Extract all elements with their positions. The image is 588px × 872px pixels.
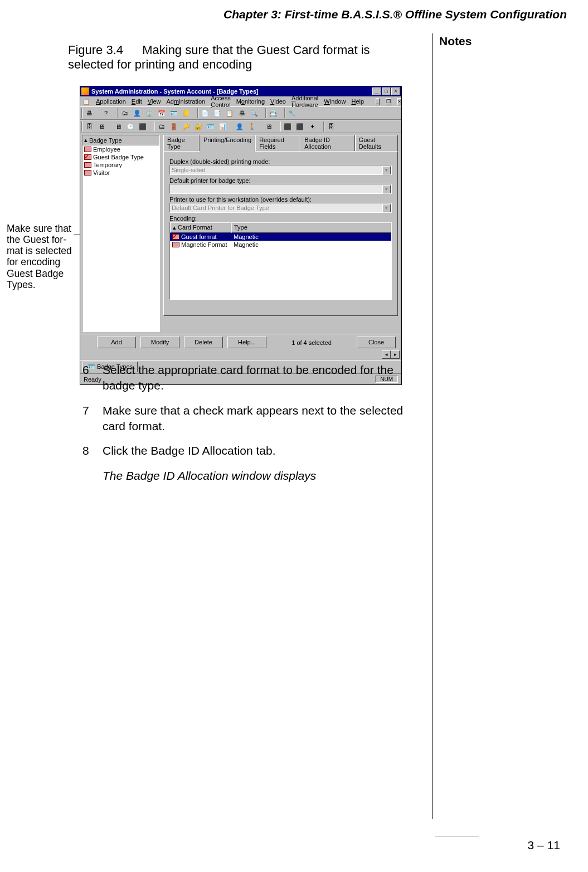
- badge-type-list[interactable]: ▴ Badge Type Employee Guest Badge Type T…: [82, 135, 160, 332]
- menu-video[interactable]: Video: [270, 98, 286, 105]
- list-header[interactable]: ▴ Badge Type: [82, 135, 159, 145]
- menu-help[interactable]: Help: [351, 98, 364, 105]
- step-text: Make sure that a check mark appears next…: [103, 403, 417, 435]
- app-menu-icon[interactable]: 📋: [82, 98, 90, 105]
- close-button[interactable]: ×: [391, 87, 400, 95]
- toolbar-icon[interactable]: 🖶: [236, 108, 247, 119]
- help-button[interactable]: Help...: [227, 337, 266, 348]
- encoding-row[interactable]: Magnetic Format Magnetic: [170, 241, 391, 249]
- app-icon: [81, 87, 89, 95]
- page-number-rule: [435, 836, 479, 836]
- toolbar-grip: [265, 108, 266, 118]
- encoding-list[interactable]: ▴ Card Format Type Guest format Magnetic…: [169, 222, 392, 300]
- encoding-row-name: Magnetic Format: [181, 241, 227, 248]
- toolbar-print-icon[interactable]: 🖶: [84, 108, 95, 119]
- margin-callout: Make sure that the Guest for-mat is sele…: [7, 223, 74, 290]
- toolbar-icon[interactable]: 🗂: [119, 108, 130, 119]
- tab-content: Duplex (double-sided) printing mode: Sin…: [163, 151, 398, 316]
- menu-monitoring[interactable]: Monitoring: [236, 98, 265, 105]
- toolbar-icon[interactable]: 🪪: [168, 108, 179, 119]
- toolbar-icon[interactable]: 🕑: [125, 121, 136, 132]
- toolbar-icon[interactable]: 📊: [217, 121, 229, 132]
- window-body: ▴ Badge Type Employee Guest Badge Type T…: [80, 133, 401, 334]
- duplex-value: Single-sided: [172, 167, 206, 173]
- toolbar-icon[interactable]: 📒: [181, 108, 192, 119]
- list-item[interactable]: Visitor: [82, 169, 159, 177]
- card-check-icon: [172, 234, 179, 240]
- right-panel: Badge Type Printing/Encoding Required Fi…: [160, 133, 401, 334]
- toolbar-icon[interactable]: 🚶: [246, 121, 257, 132]
- list-item[interactable]: Temporary: [82, 161, 159, 169]
- toolbar-icon[interactable]: 🏢: [144, 108, 155, 119]
- maximize-button[interactable]: □: [382, 87, 391, 95]
- menu-window[interactable]: Window: [324, 98, 346, 105]
- toolbar-icon[interactable]: 📄: [200, 108, 211, 119]
- toolbar-icon[interactable]: 🪪: [205, 121, 216, 132]
- toolbar-icon[interactable]: ⬛: [137, 121, 148, 132]
- toolbar-icon[interactable]: ⬛: [294, 121, 305, 132]
- toolbar-icon[interactable]: 📇: [268, 108, 279, 119]
- toolbar-icon[interactable]: ✦: [307, 121, 318, 132]
- toolbar-icon[interactable]: 🖥: [96, 121, 107, 132]
- toolbar-icon[interactable]: 🔑: [181, 121, 192, 132]
- figure-number: Figure 3.4: [68, 43, 123, 57]
- printer-select[interactable]: ▾: [169, 184, 392, 194]
- tab-badge-type[interactable]: Badge Type: [163, 135, 200, 151]
- encoding-row[interactable]: Guest format Magnetic: [170, 233, 391, 241]
- mdi-minimize-button[interactable]: _: [376, 98, 380, 105]
- menu-view[interactable]: View: [148, 98, 161, 105]
- toolbar-icon[interactable]: 🔍: [249, 108, 260, 119]
- toolbar-icon[interactable]: 👤: [132, 108, 143, 119]
- tab-guest-defaults[interactable]: Guest Defaults: [355, 135, 398, 151]
- menu-administration[interactable]: Administration: [166, 98, 205, 105]
- modify-button[interactable]: Modify: [140, 337, 179, 348]
- tab-badge-id-allocation[interactable]: Badge ID Allocation: [300, 135, 355, 151]
- close-button[interactable]: Close: [357, 337, 396, 348]
- menu-application[interactable]: Application: [96, 98, 126, 105]
- step-8: 8 Click the Badge ID Allocation tab.: [82, 443, 417, 459]
- minimize-button[interactable]: _: [372, 87, 381, 95]
- toolbar-icon[interactable]: 🔧: [286, 108, 298, 119]
- step-number: 7: [82, 403, 93, 435]
- step-number: 8: [82, 443, 93, 459]
- toolbar-icon[interactable]: ⬛: [282, 121, 293, 132]
- printer-override-select[interactable]: Default Card Printer for Badge Type ▾: [169, 203, 392, 213]
- toolbar-icon[interactable]: 🚪: [168, 121, 179, 132]
- dropdown-arrow-icon[interactable]: ▾: [382, 204, 391, 212]
- menu-edit[interactable]: Edit: [132, 98, 142, 105]
- toolbar-icon[interactable]: 📋: [224, 108, 235, 119]
- menu-additional-hardware[interactable]: Additional Hardware: [291, 95, 318, 108]
- toolbar-icon[interactable]: 🗄: [325, 121, 337, 132]
- toolbar-icon[interactable]: 🖥: [263, 121, 274, 132]
- sort-icon: ▴: [84, 137, 88, 144]
- toolbar-help-icon[interactable]: ?: [100, 108, 111, 119]
- figure-caption: Figure 3.4 Making sure that the Guest Ca…: [68, 43, 408, 72]
- dropdown-arrow-icon[interactable]: ▾: [382, 166, 391, 174]
- toolbar-icon[interactable]: 📅: [156, 108, 167, 119]
- scroll-right-button[interactable]: ▸: [391, 350, 400, 359]
- list-item[interactable]: Guest Badge Type: [82, 153, 159, 161]
- toolbar-icon[interactable]: 🖥: [113, 121, 124, 132]
- duplex-select[interactable]: Single-sided ▾: [169, 165, 392, 175]
- tab-required-fields[interactable]: Required Fields: [255, 135, 300, 151]
- toolbar-icon[interactable]: 📑: [212, 108, 223, 119]
- encoding-header-type[interactable]: Type: [231, 222, 391, 233]
- mdi-restore-button[interactable]: ❐: [386, 98, 391, 105]
- toolbar-icon[interactable]: 🗂: [156, 121, 167, 132]
- toolbar-icon[interactable]: 🗄: [84, 121, 95, 132]
- dropdown-arrow-icon[interactable]: ▾: [382, 185, 391, 193]
- encoding-row-type: Magnetic: [231, 233, 391, 241]
- add-button[interactable]: Add: [97, 337, 136, 348]
- menu-access-control[interactable]: Access Control: [211, 95, 230, 108]
- toolbar-icon[interactable]: 👤: [234, 121, 245, 132]
- tab-printing-encoding[interactable]: Printing/Encoding: [200, 135, 255, 152]
- delete-button[interactable]: Delete: [184, 337, 223, 348]
- toolbar-icon[interactable]: 🔐: [193, 121, 204, 132]
- encoding-header-card-format[interactable]: ▴ Card Format: [170, 222, 231, 233]
- list-item-label: Guest Badge Type: [93, 154, 144, 160]
- scroll-left-button[interactable]: ◂: [382, 350, 391, 359]
- printer-override-label: Printer to use for this workstation (ove…: [169, 196, 392, 203]
- list-item[interactable]: Employee: [82, 145, 159, 153]
- mdi-close-button[interactable]: ×: [397, 98, 401, 105]
- toolbar-row-1: 🖶 ? 🗂 👤 🏢 📅 🪪 📒 📄 📑 📋 🖶 🔍 📇 🔧: [80, 106, 401, 120]
